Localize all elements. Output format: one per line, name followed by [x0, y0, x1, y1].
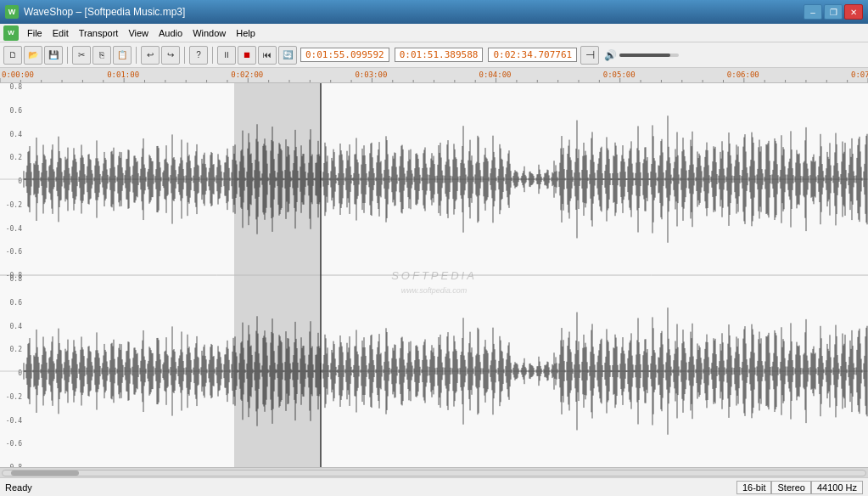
timeline-ruler	[0, 68, 868, 83]
menu-help[interactable]: Help	[231, 26, 260, 40]
cut-button[interactable]: ✂	[72, 46, 91, 65]
scrollbar-thumb[interactable]	[11, 471, 79, 476]
help-button[interactable]: ?	[189, 46, 208, 65]
menu-view[interactable]: View	[123, 26, 154, 40]
menu-file[interactable]: File	[22, 26, 48, 40]
stop-button[interactable]: ⏹	[238, 46, 256, 65]
paste-button[interactable]: 📋	[113, 46, 132, 65]
close-button[interactable]: ✕	[844, 4, 863, 20]
volume-icon: 🔊	[604, 49, 617, 61]
sep3	[184, 47, 185, 64]
sample-rate-badge: 44100 Hz	[811, 481, 863, 494]
loop-button[interactable]: 🔄	[278, 46, 297, 65]
menu-transport[interactable]: Transport	[74, 26, 124, 40]
rewind-button[interactable]: ⏮	[258, 46, 277, 65]
menu-edit[interactable]: Edit	[48, 26, 74, 40]
waveform-area[interactable]: SOFTPEDIA www.softpedia.com	[0, 83, 868, 467]
volume-control: 🔊	[604, 49, 679, 61]
time-display-selection: 0:01:51.389588	[395, 48, 484, 62]
redo-button[interactable]: ↪	[161, 46, 180, 65]
menu-window[interactable]: Window	[188, 26, 231, 40]
time-display-current: 0:01:55.099592	[300, 48, 389, 62]
minimize-button[interactable]: –	[804, 4, 822, 20]
volume-icon-btn[interactable]: ⊣	[580, 46, 599, 65]
pause-button[interactable]: ⏸	[217, 46, 236, 65]
volume-slider-fill	[619, 54, 670, 57]
sep1	[67, 47, 68, 64]
window-title: WaveShop – [Softpedia Music.mp3]	[24, 6, 185, 18]
save-button[interactable]: 💾	[44, 46, 63, 65]
menu-bar: W File Edit Transport View Audio Window …	[0, 24, 868, 42]
copy-button[interactable]: ⎘	[92, 46, 111, 65]
new-button[interactable]: 🗋	[3, 46, 22, 65]
undo-button[interactable]: ↩	[141, 46, 160, 65]
h-scrollbar[interactable]	[0, 467, 868, 477]
time-display-total: 0:02:34.707761	[488, 48, 577, 62]
sep4	[212, 47, 213, 64]
channels-badge: Stereo	[771, 481, 810, 494]
status-bar: Ready 16-bit Stereo 44100 Hz	[0, 477, 868, 496]
menu-audio[interactable]: Audio	[154, 26, 188, 40]
volume-slider[interactable]	[619, 54, 679, 57]
main-content: SOFTPEDIA www.softpedia.com	[0, 68, 868, 477]
sep2	[136, 47, 137, 64]
status-right: 16-bit Stereo 44100 Hz	[736, 481, 863, 494]
status-text: Ready	[5, 482, 32, 493]
waveform-canvas[interactable]	[0, 83, 868, 467]
bit-depth-badge: 16-bit	[736, 481, 772, 494]
app-icon: W	[5, 5, 19, 19]
ruler-canvas	[0, 68, 868, 83]
open-button[interactable]: 📂	[24, 46, 42, 65]
window-controls: – ❐ ✕	[804, 4, 863, 20]
title-bar: W WaveShop – [Softpedia Music.mp3] – ❐ ✕	[0, 0, 868, 24]
restore-button[interactable]: ❐	[824, 4, 843, 20]
scrollbar-track[interactable]	[2, 470, 866, 476]
menu-app-icon: W	[3, 25, 19, 41]
toolbar: 🗋 📂 💾 ✂ ⎘ 📋 ↩ ↪ ? ⏸ ⏹ ⏮ 🔄 0:01:55.099592…	[0, 42, 868, 68]
